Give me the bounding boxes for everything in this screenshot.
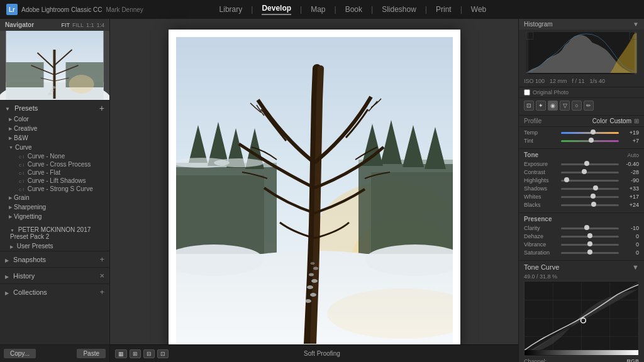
preset-group-creative[interactable]: ▶ Creative: [5, 124, 104, 133]
dehaze-thumb[interactable]: [587, 233, 592, 238]
preset-group-vignetting[interactable]: ▶ Vignetting: [5, 212, 104, 221]
svg-point-38: [310, 293, 316, 297]
snapshots-header[interactable]: ▶ Snapshots +: [0, 251, 109, 267]
preset-group-sharpening[interactable]: ▶ Sharpening: [5, 202, 104, 212]
profile-select[interactable]: Custom: [610, 118, 631, 124]
vibrance-thumb[interactable]: [587, 241, 592, 246]
saturation-track[interactable]: [561, 252, 619, 254]
nav-book[interactable]: Book: [345, 5, 362, 14]
contrast-track[interactable]: [561, 172, 619, 173]
saturation-thumb[interactable]: [587, 250, 592, 255]
clarity-track[interactable]: [561, 228, 619, 229]
temp-track[interactable]: [561, 132, 619, 134]
shadows-track[interactable]: [561, 188, 619, 190]
auto-btn[interactable]: Auto: [627, 152, 639, 158]
nav-map[interactable]: Map: [311, 5, 325, 14]
nav-library[interactable]: Library: [219, 5, 243, 14]
original-photo-checkbox[interactable]: [524, 89, 530, 96]
grid-icon[interactable]: ⊞: [634, 118, 639, 124]
nav-1to4[interactable]: 1:4: [96, 22, 104, 28]
preset-curve-strong[interactable]: c i Curve - Strong S Curve: [5, 185, 104, 193]
preset-group-bw[interactable]: ▶ B&W: [5, 133, 104, 143]
tint-track[interactable]: [561, 140, 619, 142]
blacks-row: Blacks +24: [524, 202, 639, 208]
temp-thumb[interactable]: [591, 129, 596, 134]
tone-curve-svg: [525, 282, 638, 356]
navigator-thumbnail[interactable]: [0, 31, 109, 100]
blacks-thumb[interactable]: [591, 202, 596, 207]
view-grid-btn[interactable]: ▦: [115, 349, 127, 358]
presence-title: Presence: [524, 216, 552, 222]
exposure-track[interactable]: [561, 163, 619, 165]
histogram-header[interactable]: Histogram ▼: [519, 19, 644, 30]
channel-value[interactable]: RGB: [626, 358, 639, 362]
photo-canvas: [176, 37, 453, 344]
blacks-track[interactable]: [561, 204, 619, 206]
nav-1to1[interactable]: 1:1: [86, 22, 94, 28]
presets-add-btn[interactable]: +: [99, 104, 104, 112]
nav-web[interactable]: Web: [471, 5, 486, 14]
preset-curve-flat[interactable]: c i Curve - Flat: [5, 168, 104, 177]
preset-curve-lift[interactable]: c i Curve - Lift Shadows: [5, 177, 104, 185]
collections-header[interactable]: ▶ Collections +: [0, 284, 109, 300]
paste-button[interactable]: Paste: [77, 349, 106, 358]
copy-button[interactable]: Copy...: [4, 349, 36, 358]
whites-thumb[interactable]: [591, 194, 596, 199]
blacks-value: +24: [621, 202, 639, 208]
view-survey-btn[interactable]: ⊟: [143, 349, 155, 358]
tone-curve-section: Tone Curve ▼ 49.0 / 31.8 %: [519, 261, 644, 362]
vibrance-value: 0: [621, 241, 639, 248]
shadows-thumb[interactable]: [593, 185, 598, 190]
snapshots-add[interactable]: +: [99, 255, 104, 264]
nav-develop[interactable]: Develop: [262, 4, 291, 15]
preset-curve-cross[interactable]: c i Curve - Cross Process: [5, 160, 104, 168]
grain-tri: ▶: [9, 195, 12, 200]
whites-track[interactable]: [561, 196, 619, 198]
nav-slideshow[interactable]: Slideshow: [382, 5, 416, 14]
view-people-btn[interactable]: ⊡: [157, 349, 169, 358]
nav-fill[interactable]: FILL: [72, 22, 84, 28]
nav-fit[interactable]: FIT: [61, 22, 70, 28]
svg-point-42: [313, 267, 318, 270]
gradient-tool-btn[interactable]: ▽: [560, 101, 570, 111]
vibrance-track[interactable]: [561, 244, 619, 246]
nav-print[interactable]: Print: [436, 5, 452, 14]
preset-group-color[interactable]: ▶ Color: [5, 114, 104, 124]
clarity-thumb[interactable]: [584, 225, 589, 230]
tone-curve-header[interactable]: Tone Curve ▼: [524, 263, 639, 271]
tone-curve-expand[interactable]: ▼: [632, 263, 639, 271]
tint-fill: [561, 140, 591, 142]
history-header[interactable]: ▶ History ×: [0, 268, 109, 283]
contrast-thumb[interactable]: [582, 169, 587, 174]
preset-group-curve[interactable]: ▼ Curve: [5, 143, 104, 152]
histogram-canvas: [519, 30, 644, 77]
preset-sharp-label: Sharpening: [14, 204, 46, 211]
collections-section: ▶ Collections +: [0, 283, 109, 300]
highlights-thumb[interactable]: [564, 177, 569, 182]
wb-tool-btn[interactable]: ◉: [548, 101, 558, 111]
crop-tool-btn[interactable]: ⊡: [524, 101, 534, 111]
center-area: ▦ ⊞ ⊟ ⊡ Soft Proofing: [110, 19, 518, 362]
highlights-track[interactable]: [561, 180, 619, 182]
heal-tool-btn[interactable]: ✦: [536, 101, 546, 111]
preset-group-grain[interactable]: ▶ Grain: [5, 193, 104, 202]
tint-thumb[interactable]: [589, 138, 594, 143]
presets-header[interactable]: ▼ Presets +: [0, 101, 109, 114]
dehaze-track[interactable]: [561, 236, 619, 238]
user-presets[interactable]: ▶ User Presets: [5, 241, 104, 251]
tone-curve-canvas[interactable]: [524, 281, 639, 356]
view-compare-btn[interactable]: ⊞: [130, 349, 141, 358]
collections-add[interactable]: +: [99, 287, 104, 297]
profile-row: Profile Color Custom ⊞: [519, 116, 644, 127]
contrast-value: -28: [621, 169, 639, 175]
photo-container: [169, 30, 460, 351]
histogram-expand[interactable]: ▼: [633, 21, 639, 28]
preset-pack[interactable]: ▼ PETER MCKINNON 2017 Preset Pack 2: [5, 225, 104, 241]
history-clear[interactable]: ×: [99, 271, 104, 280]
exposure-thumb[interactable]: [584, 161, 589, 166]
brush-tool-btn[interactable]: ✏: [584, 101, 594, 111]
snapshots-label: Snapshots: [13, 256, 46, 263]
radial-tool-btn[interactable]: ○: [572, 101, 582, 111]
ci-1: c i: [19, 154, 24, 160]
preset-curve-none[interactable]: c i Curve - None: [5, 152, 104, 160]
